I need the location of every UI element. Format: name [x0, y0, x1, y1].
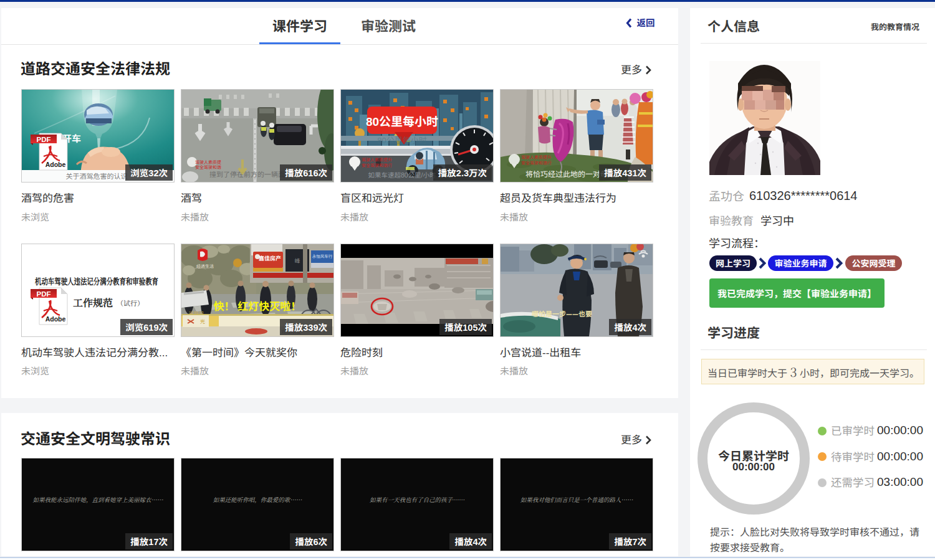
- svg-text:12:59:03: 12:59:03: [189, 310, 204, 315]
- svg-text:如果有一天我也有了自己的孩子……: 如果有一天我也有了自己的孩子……: [370, 495, 465, 504]
- svg-text:Adobe: Adobe: [46, 314, 66, 323]
- svg-text:永恒风车行: 永恒风车行: [312, 253, 333, 259]
- svg-text:嘉佳房产: 嘉佳房产: [259, 254, 281, 262]
- svg-text:安全驾驶和谐行: 安全驾驶和谐行: [362, 162, 392, 168]
- svg-text:光: 光: [200, 318, 205, 325]
- svg-text:如果车速超80公里/小时: 如果车速超80公里/小时: [368, 170, 436, 179]
- svg-text:PDF: PDF: [37, 288, 51, 298]
- svg-text:如果我对他们而言只是一个普通的路人……: 如果我对他们而言只是一个普通的路人……: [520, 495, 633, 504]
- svg-text:安全驾驶和谐行: 安全驾驶和谐行: [521, 159, 552, 166]
- svg-text:80公里每小时: 80公里每小时: [366, 112, 438, 129]
- svg-text:哪怕是一步——也要: 哪怕是一步——也要: [532, 308, 592, 318]
- svg-text:如果我能永远陪伴她，直到看她穿上美丽嫁衣……: 如果我能永远陪伴她，直到看她穿上美丽嫁衣……: [32, 495, 163, 504]
- svg-text:如果还能听你唱，你最爱的歌……: 如果还能听你唱，你最爱的歌……: [213, 495, 302, 504]
- svg-text:PDF: PDF: [37, 134, 51, 144]
- svg-text:经济生活: 经济生活: [196, 263, 214, 269]
- svg-text:工作规范: 工作规范: [73, 295, 113, 310]
- svg-text:峰: 峰: [294, 257, 300, 265]
- svg-text:（试行）: （试行）: [117, 298, 144, 308]
- svg-text:快！ 红灯快灭啦！: 快！ 红灯快灭啦！: [214, 298, 302, 313]
- svg-text:关于酒驾危害的认识: 关于酒驾危害的认识: [66, 171, 128, 181]
- svg-text:Adobe: Adobe: [46, 159, 66, 169]
- svg-text:机动车驾驶人违法记分满分教育和审验教育: 机动车驾驶人违法记分满分教育和审验教育: [35, 275, 158, 287]
- svg-text:80公里每小时: 80公里每小时: [377, 134, 426, 146]
